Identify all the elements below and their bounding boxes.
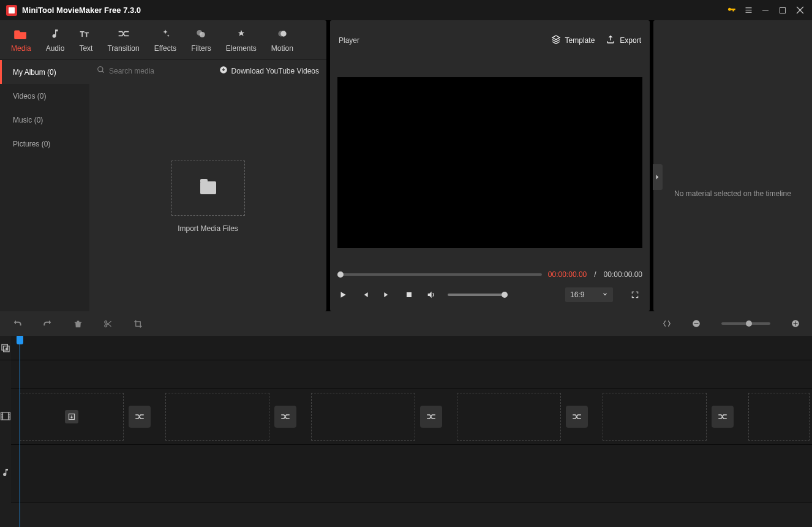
tab-filters-label: Filters xyxy=(191,44,211,53)
split-button[interactable] xyxy=(103,319,113,328)
media-content: Download YouTube Videos Import Media Fil… xyxy=(89,60,326,311)
media-toolbar: Download YouTube Videos xyxy=(89,60,326,82)
tab-motion[interactable]: Motion xyxy=(264,21,301,58)
delete-button[interactable] xyxy=(73,319,83,328)
svg-point-10 xyxy=(200,32,205,37)
undo-button[interactable] xyxy=(12,319,22,328)
sidebar-item-pictures[interactable]: Pictures (0) xyxy=(0,132,89,156)
import-media-button[interactable] xyxy=(171,161,245,216)
prev-frame-button[interactable] xyxy=(359,289,370,300)
tab-media-label: Media xyxy=(11,44,31,53)
clip-slot[interactable] xyxy=(457,393,561,441)
volume-slider[interactable] xyxy=(448,294,503,296)
zoom-thumb[interactable] xyxy=(746,320,752,327)
zoom-slider[interactable] xyxy=(721,322,770,325)
search-input[interactable] xyxy=(109,67,189,75)
transition-slot[interactable] xyxy=(712,406,734,428)
clip-slot[interactable] xyxy=(748,393,810,441)
tab-transition-label: Transition xyxy=(107,44,139,53)
playhead-line[interactable] xyxy=(20,336,20,527)
track-spacer xyxy=(0,360,11,389)
play-button[interactable] xyxy=(337,289,348,300)
tab-media[interactable]: Media xyxy=(4,21,39,58)
elements-icon xyxy=(236,27,247,40)
stop-button[interactable] xyxy=(404,289,415,300)
add-track-button[interactable] xyxy=(0,336,11,360)
media-body: My Album (0) Videos (0) Music (0) Pictur… xyxy=(0,60,326,311)
music-note-icon xyxy=(50,27,61,40)
volume-thumb[interactable] xyxy=(502,292,508,298)
aspect-ratio-select[interactable]: 16:9 xyxy=(565,287,613,302)
next-frame-button[interactable] xyxy=(382,289,393,300)
video-preview[interactable] xyxy=(337,77,642,248)
transition-slot[interactable] xyxy=(129,406,151,428)
clip-slot[interactable] xyxy=(20,393,124,441)
svg-text:Tᴛ: Tᴛ xyxy=(80,30,89,39)
media-sidebar: My Album (0) Videos (0) Music (0) Pictur… xyxy=(0,60,89,311)
fullscreen-button[interactable] xyxy=(628,287,642,302)
crop-button[interactable] xyxy=(133,319,143,328)
key-icon[interactable] xyxy=(724,3,739,18)
seek-track[interactable] xyxy=(337,273,542,276)
volume-button[interactable] xyxy=(426,289,437,300)
tab-elements-label: Elements xyxy=(226,44,257,53)
template-button[interactable]: Template xyxy=(551,34,595,46)
export-label: Export xyxy=(620,36,641,45)
playhead-handle[interactable] xyxy=(17,336,23,344)
main-area: Media Audio Tᴛ Text Transition Effects F… xyxy=(0,20,812,311)
player-title: Player xyxy=(339,36,359,45)
export-icon xyxy=(606,34,615,46)
minimize-button[interactable] xyxy=(758,3,773,18)
import-media-label: Import Media Files xyxy=(178,224,238,233)
audio-track-icon[interactable] xyxy=(0,444,11,501)
sidebar-item-videos[interactable]: Videos (0) xyxy=(0,84,89,108)
tab-transition[interactable]: Transition xyxy=(100,21,146,58)
redo-button[interactable] xyxy=(43,319,53,328)
tab-audio-label: Audio xyxy=(46,44,65,53)
zoom-out-button[interactable] xyxy=(692,319,701,328)
video-track-row[interactable] xyxy=(11,389,812,445)
player-header-right: Template Export xyxy=(551,34,641,46)
properties-panel: No material selected on the timeline xyxy=(653,20,812,311)
no-selection-text: No material selected on the timeline xyxy=(653,189,812,198)
video-track-icon[interactable] xyxy=(0,389,11,444)
svg-rect-21 xyxy=(694,323,699,324)
search-wrap xyxy=(97,66,213,76)
transition-icon xyxy=(118,27,130,40)
app-title: MiniTool MovieMaker Free 7.3.0 xyxy=(22,6,141,15)
tab-elements[interactable]: Elements xyxy=(219,21,264,58)
transition-slot[interactable] xyxy=(566,406,588,428)
timeline xyxy=(0,311,812,527)
tab-filters[interactable]: Filters xyxy=(184,21,219,58)
tab-audio[interactable]: Audio xyxy=(39,21,72,58)
sidebar-item-myalbum[interactable]: My Album (0) xyxy=(0,60,89,84)
timeline-tracks[interactable] xyxy=(11,336,812,527)
menu-icon[interactable] xyxy=(741,3,756,18)
seek-bar: 00:00:00.00 / 00:00:00.00 xyxy=(337,270,642,279)
seek-thumb[interactable] xyxy=(337,271,344,278)
maximize-button[interactable] xyxy=(775,3,790,18)
tab-effects[interactable]: Effects xyxy=(147,21,184,58)
preview-wrap: 00:00:00.00 / 00:00:00.00 16:9 xyxy=(330,60,650,311)
title-bar: MiniTool MovieMaker Free 7.3.0 xyxy=(0,0,812,20)
audio-track-row[interactable] xyxy=(11,445,812,502)
template-icon xyxy=(551,34,561,46)
clip-slot[interactable] xyxy=(165,393,269,441)
transition-slot[interactable] xyxy=(420,406,442,428)
fit-timeline-button[interactable] xyxy=(663,319,671,328)
clip-slot[interactable] xyxy=(603,393,707,441)
search-icon xyxy=(97,66,105,76)
tab-text[interactable]: Tᴛ Text xyxy=(72,21,100,58)
zoom-in-button[interactable] xyxy=(791,319,800,328)
transition-slot[interactable] xyxy=(274,406,296,428)
tool-tabs: Media Audio Tᴛ Text Transition Effects F… xyxy=(0,20,326,60)
close-button[interactable] xyxy=(792,3,807,18)
svg-rect-5 xyxy=(780,7,786,13)
timeline-ruler[interactable] xyxy=(11,336,812,360)
clip-slot[interactable] xyxy=(311,393,415,441)
media-panel: Media Audio Tᴛ Text Transition Effects F… xyxy=(0,20,326,311)
sidebar-item-music[interactable]: Music (0) xyxy=(0,108,89,132)
collapse-handle[interactable] xyxy=(653,164,663,190)
download-youtube-link[interactable]: Download YouTube Videos xyxy=(219,66,319,76)
export-button[interactable]: Export xyxy=(606,34,641,46)
